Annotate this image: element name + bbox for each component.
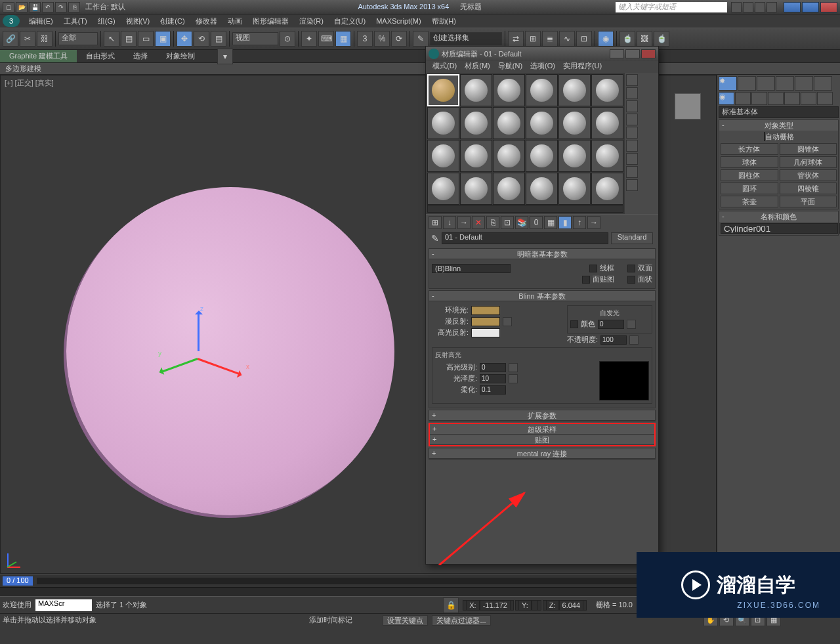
render-icon[interactable]: 🍵 bbox=[654, 31, 669, 47]
eyedropper-icon[interactable]: ✎ bbox=[431, 233, 439, 244]
lights-icon[interactable] bbox=[751, 92, 767, 105]
shader-type-select[interactable]: (B)Blinn bbox=[432, 264, 511, 273]
minimize-button[interactable] bbox=[784, 2, 801, 12]
opacity-map-button[interactable] bbox=[629, 335, 639, 345]
star-icon[interactable] bbox=[755, 2, 765, 12]
snap-icon[interactable]: ▦ bbox=[335, 31, 351, 47]
material-slot[interactable] bbox=[427, 140, 459, 172]
undo-icon[interactable]: ↶ bbox=[42, 2, 54, 12]
diffuse-map-button[interactable] bbox=[503, 317, 512, 326]
selfillum-spinner[interactable]: 0 bbox=[598, 320, 624, 329]
material-slot[interactable] bbox=[591, 74, 623, 106]
redo-icon[interactable]: ↷ bbox=[55, 2, 67, 12]
rect-select-icon[interactable]: ▭ bbox=[138, 31, 154, 47]
show-end-result-icon[interactable]: ▮ bbox=[558, 216, 572, 229]
save-icon[interactable]: 💾 bbox=[29, 2, 41, 12]
menu-tools[interactable]: 工具(T) bbox=[58, 16, 93, 26]
mirror-icon[interactable]: ⇄ bbox=[508, 31, 524, 47]
material-id-channel-icon[interactable]: 0 bbox=[530, 216, 543, 229]
material-slot[interactable] bbox=[558, 173, 591, 205]
shapes-icon[interactable] bbox=[735, 92, 751, 105]
workspace-selector[interactable]: 工作台: 默认 bbox=[85, 2, 125, 12]
bind-icon[interactable]: ⛓ bbox=[37, 31, 52, 47]
menu-modifiers[interactable]: 修改器 bbox=[190, 16, 222, 26]
modify-tab-icon[interactable] bbox=[738, 76, 756, 91]
create-teapot-button[interactable]: 茶壶 bbox=[721, 196, 778, 207]
opacity-spinner[interactable]: 100 bbox=[600, 335, 627, 345]
glossiness-spinner[interactable]: 10 bbox=[480, 374, 506, 383]
rotate-icon[interactable]: ⟲ bbox=[194, 31, 209, 47]
reset-icon[interactable]: ✕ bbox=[472, 216, 485, 229]
rollup-supersample-header[interactable]: +超级采样 bbox=[430, 424, 654, 435]
create-box-button[interactable]: 长方体 bbox=[721, 143, 778, 155]
maxscript-mini-listener[interactable]: MAXScr bbox=[35, 599, 92, 611]
me-menu-navigation[interactable]: 导航(N) bbox=[494, 61, 526, 73]
edit-named-sel-icon[interactable]: ✎ bbox=[413, 31, 429, 47]
spinner-snap-icon[interactable]: ⟳ bbox=[391, 31, 407, 47]
menu-help[interactable]: 帮助(H) bbox=[427, 16, 461, 26]
create-tube-button[interactable]: 管状体 bbox=[780, 169, 837, 181]
key-icon[interactable] bbox=[743, 2, 753, 12]
ribbon-tab-graphite[interactable]: Graphite 建模工具 bbox=[0, 50, 77, 62]
material-slot[interactable] bbox=[493, 140, 525, 172]
setkey-button[interactable]: 设置关键点 bbox=[383, 615, 428, 626]
material-slot[interactable] bbox=[526, 74, 558, 106]
menu-animation[interactable]: 动画 bbox=[222, 16, 247, 26]
options-icon[interactable] bbox=[626, 153, 638, 165]
help-search-input[interactable]: 键入关键字或短语 bbox=[616, 2, 727, 12]
create-plane-button[interactable]: 平面 bbox=[780, 196, 837, 207]
systems-icon[interactable] bbox=[817, 92, 833, 105]
unlink-icon[interactable]: ✂ bbox=[20, 31, 35, 47]
material-slot-1[interactable] bbox=[427, 74, 459, 106]
close-button[interactable] bbox=[641, 49, 656, 58]
coord-x[interactable]: X: -11.172 bbox=[463, 600, 514, 611]
selfillum-color-checkbox[interactable] bbox=[570, 320, 578, 328]
selfillum-map-button[interactable] bbox=[627, 320, 636, 329]
make-preview-icon[interactable] bbox=[626, 140, 638, 152]
window-crossing-icon[interactable]: ▣ bbox=[155, 31, 171, 47]
rollup-header[interactable]: -名称和颜色 bbox=[719, 211, 838, 222]
align-icon[interactable]: ⊞ bbox=[525, 31, 541, 47]
material-id-icon[interactable] bbox=[626, 179, 638, 191]
link-icon[interactable]: 🔗 bbox=[3, 31, 18, 47]
me-menu-modes[interactable]: 模式(D) bbox=[429, 61, 461, 73]
keyfilters-button[interactable]: 关键点过滤器... bbox=[432, 615, 490, 626]
scene-object-cylinder[interactable] bbox=[66, 187, 394, 515]
coord-y[interactable]: Y: bbox=[515, 600, 541, 611]
lock-selection-icon[interactable]: 🔒 bbox=[443, 597, 459, 613]
faceted-checkbox[interactable] bbox=[627, 276, 635, 284]
create-geosphere-button[interactable]: 几何球体 bbox=[780, 156, 837, 168]
cameras-icon[interactable] bbox=[768, 92, 784, 105]
two-sided-checkbox[interactable] bbox=[627, 265, 635, 272]
binoculars-icon[interactable] bbox=[731, 2, 742, 12]
rollup-header[interactable]: -对象类型 bbox=[719, 120, 838, 131]
rollup-header[interactable]: +扩展参数 bbox=[429, 410, 655, 421]
ambient-color-swatch[interactable] bbox=[471, 306, 500, 315]
material-slot[interactable] bbox=[427, 173, 459, 205]
background-icon[interactable] bbox=[626, 100, 638, 112]
menu-create[interactable]: 创建(C) bbox=[155, 16, 190, 26]
add-time-tag[interactable]: 添加时间标记 bbox=[309, 615, 352, 625]
go-forward-icon[interactable]: → bbox=[587, 216, 600, 229]
ribbon-expand-icon[interactable]: ▾ bbox=[217, 49, 233, 64]
ribbon-tab-freeform[interactable]: 自由形式 bbox=[77, 50, 124, 62]
material-slot[interactable] bbox=[558, 140, 591, 172]
glossiness-map-button[interactable] bbox=[509, 374, 518, 383]
material-slot[interactable] bbox=[493, 173, 525, 205]
rollup-maps-header[interactable]: +贴图 bbox=[430, 435, 654, 445]
minimize-button[interactable] bbox=[610, 49, 624, 58]
frame-indicator[interactable]: 0 / 100 bbox=[3, 576, 33, 586]
select-icon[interactable]: ↖ bbox=[104, 31, 119, 47]
make-unique-icon[interactable]: ⊡ bbox=[501, 216, 514, 229]
object-name-input[interactable] bbox=[721, 223, 838, 234]
move-icon[interactable]: ✥ bbox=[177, 31, 192, 47]
material-type-button[interactable]: Standard bbox=[611, 232, 653, 244]
material-slot[interactable] bbox=[493, 74, 525, 106]
render-setup-icon[interactable]: 🍵 bbox=[620, 31, 635, 47]
create-torus-button[interactable]: 圆环 bbox=[721, 182, 778, 194]
backlight-icon[interactable] bbox=[626, 87, 638, 99]
material-slot[interactable] bbox=[558, 107, 591, 139]
material-editor-titlebar[interactable]: 材质编辑器 - 01 - Default bbox=[426, 47, 658, 61]
get-material-icon[interactable]: ⊞ bbox=[429, 216, 442, 229]
hierarchy-tab-icon[interactable] bbox=[757, 76, 775, 91]
